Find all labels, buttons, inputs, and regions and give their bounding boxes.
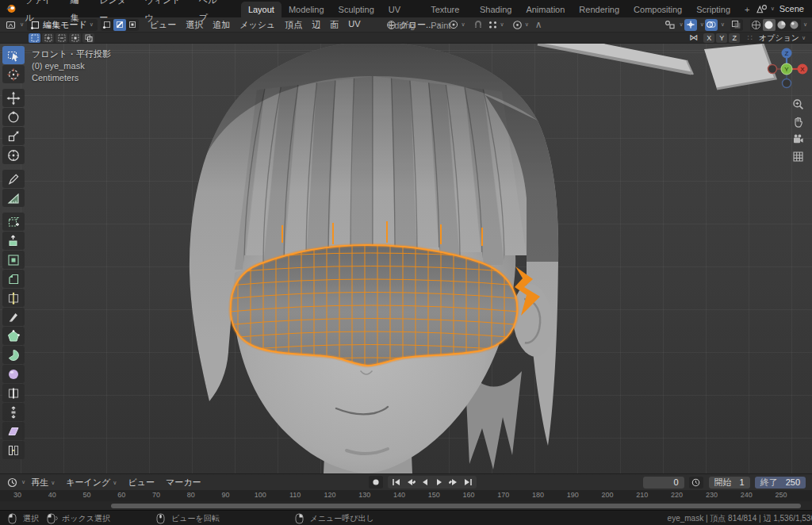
vp-menu-i5[interactable]: 辺 — [307, 19, 325, 31]
vp-menu-i4[interactable]: 頂点 — [280, 19, 307, 31]
tl-menu-i3[interactable]: マーカー — [160, 477, 207, 489]
tool-measure[interactable] — [2, 189, 25, 207]
tab-shading[interactable]: Shading — [473, 2, 519, 17]
mirror-icon[interactable]: ⋈ — [689, 33, 698, 43]
tool-spin[interactable] — [2, 346, 25, 364]
mirror-axis-z[interactable]: Z — [729, 33, 740, 43]
shading-material-button[interactable] — [776, 19, 788, 31]
gizmo-z-axis-ball[interactable]: Z — [782, 48, 792, 59]
proportional-editing-icon[interactable] — [512, 20, 523, 30]
tab-uv-editing[interactable]: UV Editing — [381, 2, 423, 17]
tool-bevel[interactable] — [2, 270, 25, 288]
shading-wireframe-button[interactable] — [750, 19, 763, 31]
tool-shear[interactable] — [2, 422, 25, 440]
timeline-ruler[interactable]: 3040506070809010011012013014015016017018… — [0, 490, 812, 502]
tool-cursor[interactable] — [2, 65, 25, 83]
menu-i3[interactable]: ウィンドウ — [139, 0, 193, 26]
select-mode-set-button[interactable] — [29, 33, 40, 43]
falloff-curve-icon[interactable]: ∧ — [535, 19, 542, 30]
snap-target-icon[interactable] — [488, 20, 498, 29]
jump-to-end-button[interactable] — [461, 477, 475, 488]
pan-button[interactable] — [789, 113, 806, 130]
timeline-editor-type-button[interactable] — [6, 477, 18, 489]
gizmo-y-axis-ball[interactable]: Y — [781, 63, 792, 75]
tool-knife[interactable] — [2, 308, 25, 326]
tool-add-cube[interactable] — [2, 213, 25, 231]
menu-i0[interactable]: ファイル — [18, 0, 64, 26]
gizmo-negative-z-ball[interactable] — [783, 79, 791, 88]
tab-animation[interactable]: Animation — [519, 2, 572, 17]
tool-rotate[interactable] — [2, 108, 25, 126]
use-preview-range-button[interactable] — [689, 477, 703, 489]
blender-logo-icon[interactable] — [5, 2, 17, 15]
tool-shrink-fatten[interactable] — [2, 403, 25, 421]
visibility-caret-icon[interactable]: ∨ — [680, 21, 684, 28]
pivot-caret-icon[interactable]: ∨ — [461, 21, 465, 28]
tool-smooth[interactable] — [2, 365, 25, 383]
select-mode-intersect-button[interactable] — [82, 33, 94, 43]
snap-magnet-icon[interactable] — [473, 20, 483, 29]
tool-scale[interactable] — [2, 127, 25, 145]
frame-end-field[interactable]: 終了 250 — [755, 477, 806, 489]
tl-menu-i1[interactable]: キーイング∨ — [60, 477, 122, 489]
tool-loop-cut[interactable] — [2, 289, 25, 307]
shading-caret-icon[interactable]: ∨ — [803, 21, 807, 28]
tool-poly-build[interactable] — [2, 327, 25, 345]
jump-to-start-button[interactable] — [389, 477, 404, 488]
snap-caret-icon[interactable]: ∨ — [500, 21, 504, 28]
tool-edge-slide[interactable] — [2, 384, 25, 402]
vp-menu-i6[interactable]: 面 — [325, 19, 343, 31]
tl-menu-i0[interactable]: 再生∨ — [25, 477, 60, 489]
play-button[interactable] — [432, 477, 446, 488]
pivot-point-icon[interactable] — [449, 20, 458, 29]
scene-caret-icon[interactable]: ∨ — [771, 6, 775, 12]
editor-type-button[interactable] — [4, 19, 17, 31]
perspective-toggle-button[interactable] — [789, 148, 806, 165]
menu-i1[interactable]: 編集 — [64, 0, 93, 26]
snap-to-symmetry-icon[interactable]: ∷ — [747, 33, 752, 42]
options-caret-icon[interactable]: ∨ — [802, 35, 806, 41]
vp-menu-i3[interactable]: メッシュ — [235, 19, 280, 31]
auto-keying-button[interactable] — [369, 476, 383, 489]
tool-inset-faces[interactable] — [2, 251, 25, 269]
frame-start-field[interactable]: 開始 1 — [709, 477, 750, 489]
3d-viewport[interactable]: フロント・平行投影 (0) eye_mask Centimeters Z X — [0, 43, 812, 473]
tab-compositing[interactable]: Compositing — [626, 2, 689, 17]
camera-view-button[interactable] — [789, 130, 806, 148]
mirror-axis-x[interactable]: X — [703, 33, 714, 43]
shading-rendered-button[interactable] — [788, 19, 801, 31]
mirror-axis-y[interactable]: Y — [716, 33, 727, 43]
tab-scripting[interactable]: Scripting — [689, 2, 737, 17]
select-mode-invert-button[interactable] — [69, 33, 81, 43]
tool-options-dropdown[interactable]: オプション — [759, 33, 799, 44]
menu-i2[interactable]: レンダー — [93, 0, 138, 26]
current-frame-field[interactable]: 0 — [643, 477, 684, 489]
overlays-caret-icon[interactable]: ∨ — [721, 21, 725, 28]
zoom-button[interactable] — [789, 95, 806, 113]
tab-texture-paint[interactable]: Texture Paint — [423, 2, 473, 17]
menu-i4[interactable]: ヘルプ — [193, 0, 230, 26]
tool-annotate[interactable] — [2, 170, 25, 188]
tab-modeling[interactable]: Modeling — [282, 2, 331, 17]
select-mode-subtract-button[interactable] — [56, 33, 67, 43]
gizmo-x-axis-ball[interactable]: X — [798, 64, 808, 75]
next-keyframe-button[interactable] — [446, 477, 461, 488]
scene-selector[interactable]: Scene — [779, 4, 804, 13]
proportional-caret-icon[interactable]: ∨ — [525, 21, 529, 28]
show-gizmo-button[interactable] — [684, 19, 697, 31]
3d-viewport-scene[interactable] — [0, 43, 812, 473]
tool-transform[interactable] — [2, 146, 25, 164]
tab-sculpting[interactable]: Sculpting — [331, 2, 381, 17]
tab-rendering[interactable]: Rendering — [572, 2, 626, 17]
tool-select-box[interactable] — [2, 46, 25, 64]
xray-toggle-button[interactable] — [730, 19, 743, 31]
navigation-gizmo[interactable]: Z X Y — [762, 44, 811, 94]
timeline-scrollbar[interactable] — [111, 504, 801, 508]
tool-move[interactable] — [2, 89, 25, 107]
tool-rip-region[interactable] — [2, 441, 25, 459]
tool-extrude-region[interactable] — [2, 232, 25, 250]
visibility-filter-button[interactable] — [664, 19, 676, 31]
tab-layout[interactable]: Layout — [241, 2, 282, 17]
gizmo-caret-icon[interactable]: ∨ — [700, 21, 704, 28]
scene-icon[interactable] — [756, 4, 768, 14]
